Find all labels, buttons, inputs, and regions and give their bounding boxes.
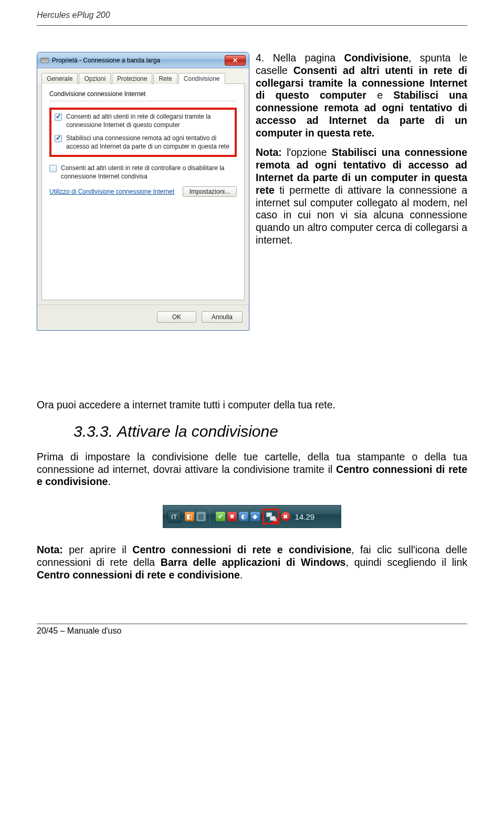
page-footer: 20/45 – Manuale d'uso [37,626,467,636]
section-number: 3.3.3. [74,423,113,440]
text-bold: Barra delle applicazioni di Windows [161,556,346,568]
footer-divider [37,624,467,624]
ok-button[interactable]: OK [157,311,196,323]
text: 4. Nella pagina [256,52,344,64]
text: ti permette di attivare la connessione a… [256,184,467,246]
dialog-titlebar: Proprietà - Connessione a banda larga ✕ [37,52,249,68]
network-icon-highlight: ✕ [262,509,279,524]
dialog-body: Condivisione connessione Internet Consen… [41,83,245,300]
group-title: Condivisione connessione Internet [49,90,237,98]
tab-opzioni[interactable]: Opzioni [79,73,111,84]
checkbox-row-2[interactable]: Stabilisci una connessione remota ad ogn… [55,134,232,151]
language-indicator[interactable]: IT [167,511,181,523]
header-divider [37,25,467,26]
tray-alert-icon[interactable]: ✖ [227,512,237,521]
section-intro-text: Prima di impostare la condivisione delle… [37,451,467,488]
tray-sidebar-icon[interactable]: ▥ [196,512,206,521]
tray-security-icon[interactable]: ✔ [216,512,225,521]
text: . [240,569,243,581]
checkbox-icon[interactable] [49,165,57,172]
checkbox-label-2: Stabilisci una connessione remota ad ogn… [66,134,232,151]
properties-dialog: Proprietà - Connessione a banda larga ✕ … [37,52,249,331]
text: per aprire il [63,544,132,555]
text: l'opzione [282,146,332,158]
tab-condivisione[interactable]: Condivisione [178,73,225,84]
tab-rete[interactable]: Rete [153,73,177,84]
tray-app-icon[interactable]: ◧ [185,512,194,521]
section-title: Attivare la condivisione [117,423,278,440]
text: . [108,476,110,487]
section-heading-3-3-3: 3.3.3. Attivare la condivisione [74,423,467,440]
dialog-title: Proprietà - Connessione a banda larga [52,57,160,64]
post-step-text: Ora puoi accedere a internet tramite tut… [37,399,467,412]
text-bold: Centro connessioni di rete e condivision… [132,544,351,555]
close-icon[interactable]: ✕ [225,55,246,66]
text: , quindi scegliendo il link [345,556,467,568]
modem-icon [40,58,49,63]
checkbox-row-3[interactable]: Consenti ad altri utenti in rete di cont… [49,164,237,181]
note-text-2: Nota: per aprire il Centro connessioni d… [37,544,467,581]
text-bold: Centro connessioni di rete e condivision… [37,569,240,581]
dialog-footer: OK Annulla [37,304,249,330]
highlighted-options: Consenti ad altri utenti in rete di coll… [49,108,237,157]
tab-protezione[interactable]: Protezione [112,73,152,84]
network-icon[interactable]: ✕ [265,511,277,522]
instruction-step-4: 4. Nella pagina Condivisione, spunta le … [256,52,467,254]
clock[interactable]: 14.29 [295,512,315,521]
settings-button[interactable]: Impostazioni... [183,186,237,197]
text: e [366,89,394,101]
checkbox-label-1: Consenti ad altri utenti in rete di coll… [66,113,232,129]
tray-update-icon[interactable]: ◐ [239,512,248,521]
checkbox-icon[interactable] [55,135,62,142]
note-label: Nota: [256,146,282,158]
taskbar-tray: IT ◧ ▥ ✔ ✖ ◐ ◆ ✕ ✖ 14.29 [163,505,341,528]
tab-generale[interactable]: Generale [41,73,78,84]
page-header: Hercules ePlug 200 [37,10,467,20]
ics-help-link[interactable]: Utilizzo di Condivisione connessione Int… [49,188,174,195]
cancel-button[interactable]: Annulla [202,311,243,323]
tray-removable-icon[interactable]: ◆ [250,512,260,521]
tray-error-icon[interactable]: ✖ [281,512,290,521]
checkbox-row-1[interactable]: Consenti ad altri utenti in rete di coll… [55,113,232,129]
checkbox-icon[interactable] [55,113,62,121]
text-bold: Condivisione [344,52,408,64]
note-label: Nota: [37,544,63,555]
dialog-tabs: Generale Opzioni Protezione Rete Condivi… [37,68,249,83]
checkbox-label-3: Consenti ad altri utenti in rete di cont… [61,164,237,181]
